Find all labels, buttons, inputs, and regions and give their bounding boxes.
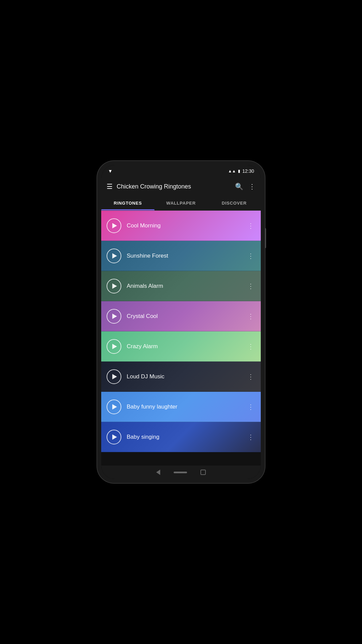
ringtone-item-1[interactable]: Sunshine Forest ⋮ xyxy=(101,241,261,271)
tab-discover[interactable]: DISCOVER xyxy=(207,196,261,210)
ringtone-name-3: Crystal Cool xyxy=(127,313,241,320)
volume-button xyxy=(265,228,266,248)
search-icon[interactable]: 🔍 xyxy=(235,182,243,191)
play-button-2[interactable] xyxy=(107,279,121,293)
play-button-1[interactable] xyxy=(107,249,121,263)
ringtone-name-7: Baby singing xyxy=(127,434,241,440)
phone-screen: ▼ ▲▲ ▮ 12:30 ☰ Chicken Crowing Ringtones… xyxy=(101,165,261,479)
tab-ringtones[interactable]: RINGTONES xyxy=(101,196,155,210)
clock: 12:30 xyxy=(242,168,254,174)
recents-nav-icon[interactable] xyxy=(200,470,206,475)
status-left: ▼ xyxy=(108,168,113,174)
more-options-button-1[interactable]: ⋮ xyxy=(246,249,255,263)
play-icon-7 xyxy=(112,434,117,440)
app-title: Chicken Crowing Ringtones xyxy=(117,183,231,190)
play-icon-0 xyxy=(112,223,117,228)
app-bar: ☰ Chicken Crowing Ringtones 🔍 ⋮ xyxy=(101,177,261,196)
navigation-bar xyxy=(101,466,261,479)
tab-bar: RINGTONES WALLPAPER DISCOVER xyxy=(101,196,261,211)
back-nav-icon[interactable] xyxy=(156,470,160,475)
ringtone-item-7[interactable]: Baby singing ⋮ xyxy=(101,422,261,452)
more-options-button-6[interactable]: ⋮ xyxy=(246,400,255,414)
play-icon-6 xyxy=(112,404,117,410)
play-icon-2 xyxy=(112,283,117,289)
play-button-0[interactable] xyxy=(107,218,121,233)
more-options-button-4[interactable]: ⋮ xyxy=(246,340,255,353)
app-bar-actions: 🔍 ⋮ xyxy=(235,182,255,191)
play-icon-4 xyxy=(112,344,117,349)
signal-icon: ▲▲ xyxy=(228,169,236,173)
more-options-button-3[interactable]: ⋮ xyxy=(246,310,255,323)
play-button-4[interactable] xyxy=(107,339,121,354)
ringtone-item-4[interactable]: Crazy Alarm ⋮ xyxy=(101,331,261,362)
play-button-7[interactable] xyxy=(107,430,121,444)
play-icon-1 xyxy=(112,253,117,259)
ringtone-name-2: Animals Alarm xyxy=(127,283,241,289)
ringtone-item-6[interactable]: Baby funny laughter ⋮ xyxy=(101,392,261,422)
ringtone-name-1: Sunshine Forest xyxy=(127,253,241,259)
play-icon-5 xyxy=(112,374,117,379)
hamburger-menu-icon[interactable]: ☰ xyxy=(107,182,113,191)
more-options-icon[interactable]: ⋮ xyxy=(249,182,255,191)
ringtone-item-3[interactable]: Crystal Cool ⋮ xyxy=(101,301,261,331)
more-options-button-0[interactable]: ⋮ xyxy=(246,219,255,232)
home-nav-icon[interactable] xyxy=(174,472,187,473)
ringtone-item-2[interactable]: Animals Alarm ⋮ xyxy=(101,271,261,301)
status-right: ▲▲ ▮ 12:30 xyxy=(228,168,254,174)
phone-frame: ▼ ▲▲ ▮ 12:30 ☰ Chicken Crowing Ringtones… xyxy=(97,161,265,483)
play-button-5[interactable] xyxy=(107,369,121,384)
ringtone-name-6: Baby funny laughter xyxy=(127,404,241,410)
more-options-button-2[interactable]: ⋮ xyxy=(246,279,255,293)
status-bar: ▼ ▲▲ ▮ 12:30 xyxy=(101,165,261,177)
battery-icon: ▮ xyxy=(238,169,240,173)
ringtone-name-0: Cool Morning xyxy=(127,222,241,229)
play-icon-3 xyxy=(112,314,117,319)
play-button-6[interactable] xyxy=(107,399,121,414)
tab-wallpaper[interactable]: WALLPAPER xyxy=(155,196,208,210)
ringtone-list: Cool Morning ⋮ Sunshine Forest ⋮ Animals… xyxy=(101,211,261,466)
more-options-button-7[interactable]: ⋮ xyxy=(246,430,255,444)
wifi-icon: ▼ xyxy=(108,168,113,174)
ringtone-item-0[interactable]: Cool Morning ⋮ xyxy=(101,211,261,241)
more-options-button-5[interactable]: ⋮ xyxy=(246,370,255,383)
ringtone-item-5[interactable]: Loud DJ Music ⋮ xyxy=(101,362,261,392)
ringtone-name-5: Loud DJ Music xyxy=(127,373,241,380)
play-button-3[interactable] xyxy=(107,309,121,324)
ringtone-name-4: Crazy Alarm xyxy=(127,343,241,350)
